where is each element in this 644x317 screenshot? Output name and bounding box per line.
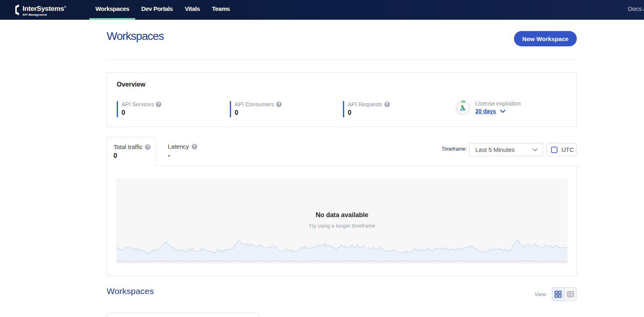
metric-api-consumers-value: 0 [235, 109, 282, 116]
grid-view-button[interactable] [552, 287, 564, 301]
list-view-button[interactable] [564, 287, 577, 301]
metric-api-services: API Services ? 0 [117, 101, 161, 117]
api-services-help-icon[interactable]: ? [156, 102, 161, 107]
utc-label: UTC [561, 146, 574, 153]
nav-menu: Workspaces Dev Portals Vitals Teams [89, 0, 236, 20]
license-expiration: License expiration 20 days [455, 100, 521, 116]
metric-api-requests: API Requests ? 0 [343, 101, 390, 117]
timeframe-select[interactable]: Last 5 Minutes [469, 143, 543, 156]
api-requests-help-icon[interactable]: ? [384, 102, 390, 107]
header-divider [107, 59, 577, 60]
workspaces-section-title: Workspaces [107, 286, 154, 296]
traffic-sparkline-chart [116, 238, 568, 264]
logo-registered-mark: ® [64, 6, 66, 8]
tab-latency-value: - [168, 152, 211, 159]
latency-help-icon[interactable]: ? [192, 144, 197, 149]
metric-api-consumers: API Consumers ? 0 [230, 101, 282, 117]
grid-view-icon [555, 291, 561, 298]
logo-subtitle: API Management [23, 13, 66, 16]
view-toggle [552, 287, 577, 301]
intersystems-logo-icon [15, 4, 21, 15]
no-data-title: No data available [116, 211, 568, 219]
new-workspace-button[interactable]: New Workspace [514, 31, 577, 46]
license-gauge-icon [455, 100, 471, 116]
tab-latency[interactable]: Latency ? - [161, 137, 211, 166]
tab-total-traffic-label: Total traffic [114, 143, 142, 150]
overview-card: Overview API Services ? 0 API Consumers … [107, 72, 577, 127]
overview-title: Overview [117, 81, 145, 88]
timeframe-select-value: Last 5 Minutes [475, 146, 533, 153]
utc-checkbox[interactable] [551, 147, 557, 153]
no-data-message: No data available Try using a longer tim… [116, 211, 568, 229]
timeframe-label: Timeframe: [442, 146, 467, 152]
timeframe-chevron-down-icon [533, 148, 538, 151]
top-navbar: InterSystems® API Management Workspaces … [0, 0, 644, 20]
api-consumers-help-icon[interactable]: ? [276, 102, 282, 107]
traffic-chart-area: No data available Try using a longer tim… [116, 178, 568, 264]
logo-text: InterSystems® API Management [23, 4, 66, 16]
tab-latency-label: Latency [168, 143, 189, 150]
list-view-icon [567, 291, 574, 297]
tab-total-traffic[interactable]: Total traffic ? 0 [107, 137, 156, 166]
nav-item-teams[interactable]: Teams [206, 0, 236, 20]
metric-api-consumers-label: API Consumers [235, 101, 274, 108]
license-days-link[interactable]: 20 days [475, 108, 496, 114]
page-title: Workspaces [107, 30, 164, 43]
view-label: View: [535, 291, 547, 297]
metric-api-requests-value: 0 [348, 109, 390, 116]
traffic-panel: No data available Try using a longer tim… [107, 165, 577, 277]
no-data-subtitle: Try using a longer timeframe [116, 223, 568, 229]
metric-api-requests-label: API Requests [348, 101, 382, 108]
total-traffic-help-icon[interactable]: ? [145, 144, 151, 150]
license-text: License expiration 20 days [475, 100, 521, 116]
license-chevron-down-icon[interactable] [500, 110, 506, 113]
workspace-card-partial[interactable] [107, 313, 260, 317]
metric-api-services-value: 0 [122, 109, 161, 116]
utc-toggle[interactable]: UTC [547, 143, 577, 156]
metric-api-services-label: API Services [122, 101, 154, 108]
intersystems-logo[interactable]: InterSystems® API Management [15, 4, 66, 16]
logo-brand: InterSystems [23, 5, 64, 12]
nav-item-vitals[interactable]: Vitals [179, 0, 206, 20]
tab-total-traffic-value: 0 [114, 152, 155, 160]
docs-link[interactable]: Docs A [628, 5, 644, 12]
license-label: License expiration [475, 100, 521, 107]
nav-item-dev-portals[interactable]: Dev Portals [135, 0, 179, 20]
nav-item-workspaces[interactable]: Workspaces [89, 0, 135, 20]
page: InterSystems® API Management Workspaces … [0, 0, 644, 317]
